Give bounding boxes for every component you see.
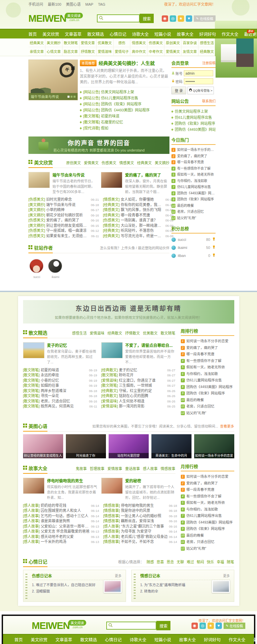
rank-row[interactable]: 2爱的痛了，痛的哭了 xyxy=(171,153,216,160)
nav-item[interactable]: 好词好句 xyxy=(199,31,216,37)
rank-row[interactable]: 1如何谈一场永不分手的恋爱 xyxy=(171,147,216,153)
rank-row[interactable]: 4有一些感情你不会了解 xyxy=(181,493,234,500)
rank-row[interactable]: 1如何谈一场永不分手的恋爱 xyxy=(181,473,234,480)
photo-card[interactable]: 时光偷走了你 xyxy=(66,434,106,458)
more-link[interactable]: 更多 xyxy=(115,573,122,578)
feature-card[interactable]: 爱的秘密她离开了，撇下孤零零的一个人留在这座城市，她的点滴如影随形，回忆、封存铭… xyxy=(101,478,175,500)
article-row[interactable]: [感人故事]感天动地不老的父爱06-13 xyxy=(23,534,99,540)
article-row[interactable]: [情感美文]女人如花，你要懂她06-10 xyxy=(103,197,173,202)
feature-card[interactable]: 麦子的记忆在我老家乌蒙山，麦子都在谷雨前收完，然后再种玉麦，如过了... xyxy=(23,342,97,365)
article-row[interactable]: [情感故事]停电时偷吻我的男生06-18 xyxy=(103,503,177,509)
search-button[interactable]: 搜索 xyxy=(156,621,170,630)
photo-card[interactable]: 英语美文：生命中的月 xyxy=(151,434,191,458)
rank-row[interactable]: 8团购仿《4493美图》网站程序 xyxy=(171,190,216,197)
nav-item[interactable]: 散文精选 xyxy=(87,31,104,37)
article-row[interactable]: [散文随笔]寻找一朵花06-18 xyxy=(23,393,97,399)
subnav-item[interactable]: 友情文章 xyxy=(181,47,199,56)
article-row[interactable]: [散文随笔]永远的牵挂06-19 xyxy=(23,373,97,378)
rank-row[interactable]: 11老房，只适合回忆 xyxy=(181,403,234,410)
nav-item[interactable]: 心情日记 xyxy=(110,31,126,37)
rank-row[interactable]: 6与你相约，浅浅如歌 xyxy=(171,178,216,184)
mood-link[interactable]: 无聊 xyxy=(177,559,184,564)
article-row[interactable]: [散文随笔]三生烟雨，一世倾城06-27 xyxy=(101,383,175,388)
tab[interactable]: 经典美文 xyxy=(137,160,152,165)
topbar-link[interactable]: TAG xyxy=(98,2,105,6)
tab[interactable]: 童话故事 xyxy=(125,466,140,471)
article-row[interactable]: [经典美文]你有你的如花美眷，我有我的似水06-10 xyxy=(103,202,173,208)
nav-item[interactable]: 作文大全 xyxy=(229,636,245,643)
tab[interactable]: 美文摘抄 xyxy=(155,160,169,165)
article-row[interactable]: [散文随笔]老房，只适合回忆06-16 xyxy=(23,399,97,404)
subnav-item[interactable]: 原创美文 xyxy=(164,38,181,47)
rank-row[interactable]: 7仿61儿童网站程序出售 xyxy=(181,377,234,384)
article-row[interactable]: [经典散文]铭刻在心灵的图腾06-26 xyxy=(101,393,175,399)
article-row[interactable]: [情感美文]大山深处，那一眸纯澈的忧伤06-09 xyxy=(103,223,173,228)
tab[interactable]: 感人故事 xyxy=(143,466,158,471)
star-icon[interactable]: ★ xyxy=(178,15,184,22)
nav-item[interactable]: 故事大全 xyxy=(179,636,196,643)
rank-row[interactable]: 12姑父的"礼物" xyxy=(181,545,234,552)
rank-row[interactable]: 7仿61儿童网站程序出售 xyxy=(181,513,234,519)
rank-row[interactable]: 11老房，只适合回忆 xyxy=(181,539,234,545)
tab[interactable]: 抒情散文 xyxy=(125,330,140,336)
rank-row[interactable]: 4有一些感情你不会了解 xyxy=(171,166,216,172)
subnav-item[interactable]: 优美散文 xyxy=(97,38,114,47)
nav-item[interactable]: 短篇小说 xyxy=(154,31,171,37)
subnav-item[interactable]: 美文摘抄 xyxy=(45,38,62,47)
article-row[interactable]: [经典美文]听风轻吟，不落悲伤06-08 xyxy=(103,228,173,234)
authors-hint[interactable]: 怎么没有我？上传头像 / 最近登陆的网站伙伴 xyxy=(100,245,169,250)
rank-row[interactable]: 12姑父的"礼物" xyxy=(171,215,216,221)
article-row[interactable]: [散文随笔]小巷的记忆06-19 xyxy=(23,378,97,383)
article-row[interactable]: [情感故事]藕断丝连，爱得深浅06-16 xyxy=(103,519,177,524)
article-row[interactable]: [情感故事]为母寻医 为爱坚守06-14 xyxy=(103,529,177,534)
article-row[interactable]: [爱情滋味]那一湾河的背影06-25 xyxy=(101,404,175,409)
announce-item[interactable]: 仿61儿童网站程序出售 xyxy=(171,114,216,120)
notice-item[interactable]: [现代诗歌] 假如 xyxy=(80,125,169,131)
search-input[interactable] xyxy=(113,624,154,628)
subnav-item[interactable]: 百家杂谈 xyxy=(181,38,199,47)
rank-row[interactable]: 1如何谈一场永不分手的恋爱 xyxy=(181,338,234,345)
topbar-link[interactable]: 最新100 xyxy=(48,2,61,6)
article-row[interactable]: [经典美文]写尽流光沧年，终是一纸为凉06-08 xyxy=(103,234,173,239)
notice-item[interactable]: [网站公告] 仿美文网站程序上架 xyxy=(80,89,169,95)
article-row[interactable]: [感人故事]父爱如山：父亲逝世一周年纪念06-13 xyxy=(23,524,99,529)
register-link[interactable]: 注册投稿 xyxy=(202,60,216,65)
subnav-item[interactable]: 中考作文 xyxy=(147,47,164,56)
submit-article-button[interactable]: ✎在线投稿 xyxy=(194,15,216,22)
article-row[interactable]: [美文摘抄]朝花夕拾好句摘抄赏析06-16 xyxy=(28,213,99,218)
article-row[interactable]: [感人故事]囚在围城里的男人和女人06-14 xyxy=(23,508,99,514)
mood-link[interactable]: 难过 xyxy=(187,559,194,564)
article-row[interactable]: [经典美文]哪一段青春不荒唐06-09 xyxy=(103,213,173,218)
feature-card[interactable]: 停电时偷吻我的男生现实版的小时代 比起那些都市气息的女主角，我更喜欢那些衣着朴素… xyxy=(23,478,97,500)
subnav-item[interactable]: 情感美文 xyxy=(130,38,147,47)
login-button[interactable]: 登 录 xyxy=(171,87,186,94)
featured-slider[interactable]: 端午 端午节由来与传说 xyxy=(28,60,78,100)
subnav-item[interactable]: 经典美文 xyxy=(28,38,45,47)
subnav-item[interactable]: 伤感美文 xyxy=(147,38,164,47)
mood-link[interactable]: 悲喜 xyxy=(157,559,164,564)
subnav-item[interactable]: 爱情美文 xyxy=(164,47,181,56)
subnav-item[interactable]: 爱情文章 xyxy=(80,38,97,47)
announce-item[interactable]: 仿美文网站程序上架 xyxy=(171,108,216,114)
announce-item[interactable]: 团购仿《4493美图》网站程序 xyxy=(171,126,216,132)
topbar-link[interactable]: MAP xyxy=(85,2,93,6)
notice-item[interactable]: [散文随笔] 初夏的味道 xyxy=(80,113,169,119)
article-row[interactable]: [情感故事]一张让男人心动的婚纱照06-18 xyxy=(103,514,177,519)
rank-row[interactable]: 10最后的晚餐 xyxy=(171,203,216,209)
site-logo[interactable]: MEIWEN 美文阅读 .com.cn xyxy=(28,13,83,23)
article-row[interactable]: [伤感美文]一场别离，谁真了谁？06-09 xyxy=(103,218,173,223)
notice-item[interactable]: [网站公告] 仿61儿童网站程序出售 xyxy=(80,95,169,101)
notice-item[interactable]: [网站公告] 团购仿《软束》网站程序 xyxy=(80,101,169,107)
subnav-item[interactable]: 亲情文章 xyxy=(28,47,45,56)
rank-row[interactable]: 9团购仿《软束》网站程序 xyxy=(181,390,234,397)
nav-item[interactable]: 美文欣赏 xyxy=(42,31,59,37)
rank-row[interactable]: 5假如有一天，她老无所依 xyxy=(181,364,234,371)
qzone-icon[interactable]: ◎ xyxy=(200,623,206,629)
rank-row[interactable]: 5假如有一天，她老无所依 xyxy=(181,499,234,506)
score-row[interactable]: succi80 xyxy=(171,236,216,244)
site-logo[interactable]: MEIWEN 美文阅读 .com.cn xyxy=(32,621,86,631)
article-row[interactable]: [情感故事]我是你途中的风景06-18 xyxy=(103,508,177,514)
photo-card[interactable]: 站在时光里回望 xyxy=(109,434,149,458)
tab[interactable]: 原创美文 xyxy=(66,160,81,165)
qzone-icon[interactable]: ◎ xyxy=(170,15,176,22)
